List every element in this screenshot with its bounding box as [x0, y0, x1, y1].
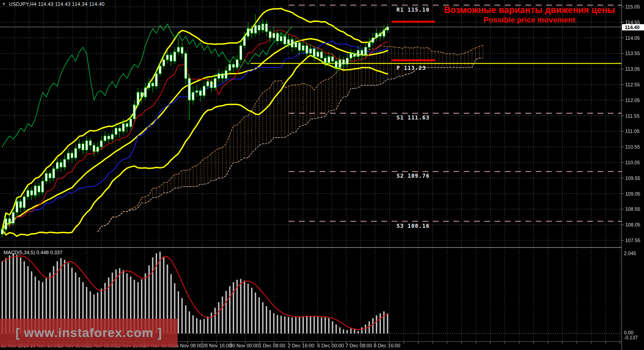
- candle-body: [372, 38, 374, 43]
- candle-body: [225, 71, 227, 78]
- price-tick-label: 108.05: [625, 222, 640, 227]
- pivot-label-R1: R1 115.10: [397, 7, 430, 13]
- candle-body: [111, 134, 114, 139]
- candle-body: [56, 162, 59, 169]
- candle-body: [155, 74, 158, 86]
- price-tick-label: 113.55: [625, 51, 640, 56]
- candle-body: [357, 50, 359, 56]
- candle-body: [379, 33, 381, 36]
- candle-body: [328, 56, 330, 63]
- candle-body: [20, 201, 22, 208]
- pivot-label-S3: S3 108.16: [397, 223, 430, 229]
- candle-body: [30, 191, 33, 195]
- candle-body: [177, 47, 179, 51]
- candle-body: [137, 92, 139, 105]
- macd-scale-last: -0.137: [624, 335, 638, 340]
- pivot-label-P: P 113.23: [397, 65, 426, 71]
- pivot-label-S2: S2 109.76: [397, 173, 430, 179]
- candle-body: [71, 153, 73, 158]
- candle-body: [148, 83, 150, 88]
- candle-body: [126, 124, 128, 127]
- candle-body: [34, 186, 36, 195]
- price-tick-label: 110.55: [625, 144, 640, 149]
- price-tick-label: 112.55: [625, 82, 640, 87]
- candle-body: [247, 29, 249, 36]
- chart-canvas[interactable]: R1 115.10P 113.23S1 111.63S2 109.76S3 10…: [0, 0, 644, 350]
- candle-body: [273, 33, 275, 38]
- candle-body: [12, 212, 14, 223]
- candle-body: [306, 46, 308, 53]
- price-tick-label: 111.05: [625, 128, 640, 134]
- candle-body: [383, 30, 385, 36]
- candle-body: [291, 39, 293, 47]
- current-price-tag: 114.40: [622, 24, 644, 30]
- candle-body: [119, 128, 121, 131]
- price-tick-label: 109.55: [625, 175, 640, 181]
- candle-body: [236, 60, 238, 67]
- candle-body: [162, 60, 165, 66]
- candle-body: [104, 136, 106, 141]
- time-axis-label: 2 Dec 16:00: [288, 343, 314, 348]
- candle-body: [174, 52, 176, 61]
- chart-dropdown-icon[interactable]: ▼: [2, 2, 6, 6]
- bollinger-upper: [2, 9, 388, 230]
- candle-body: [214, 78, 216, 88]
- candle-body: [85, 141, 88, 150]
- candle-body: [23, 197, 26, 208]
- price-tick-label: 108.55: [625, 206, 640, 212]
- candle-body: [287, 39, 290, 44]
- kijun-line-layer: [2, 41, 388, 232]
- candle-body: [299, 43, 301, 50]
- price-tick-label: 112.05: [625, 98, 640, 103]
- candle-body: [332, 56, 334, 61]
- candle-body: [313, 49, 316, 56]
- candle-body: [232, 64, 235, 68]
- candle-body: [354, 53, 356, 56]
- candle-body: [335, 61, 337, 68]
- candle-body: [284, 36, 286, 44]
- candle-body: [64, 159, 66, 167]
- candle-body: [229, 64, 231, 71]
- price-tick-label: 107.55: [625, 238, 640, 243]
- candle-body: [188, 78, 191, 100]
- candle-body: [144, 88, 146, 97]
- candle-body: [1, 230, 4, 234]
- titlebar: ▼ USDJPY,H4 114.43 114.43 114.34 114.40: [2, 1, 105, 7]
- candle-body: [67, 153, 69, 159]
- macd-scale-top: 2.045: [624, 251, 636, 256]
- candle-body: [107, 136, 110, 139]
- candle-body: [240, 46, 242, 60]
- candle-body: [78, 144, 81, 148]
- candle-body: [222, 74, 224, 78]
- candle-body: [196, 91, 198, 92]
- candle-body: [82, 144, 84, 150]
- candle-body: [368, 43, 371, 47]
- annotation-block: Возможные варианты движения цены Possibl…: [442, 5, 617, 25]
- candle-body: [317, 52, 319, 56]
- candle-body: [5, 218, 7, 229]
- red-level-layer: [392, 21, 435, 60]
- candle-body: [387, 27, 389, 30]
- candle-body: [258, 26, 260, 30]
- candle-body: [166, 55, 169, 60]
- candle-body: [93, 145, 95, 152]
- time-axis-label: 30 Nov 00:00: [230, 343, 259, 348]
- candle-body: [203, 86, 205, 95]
- price-tick-label: 111.55: [625, 113, 640, 119]
- candle-body: [199, 91, 201, 95]
- candle-body: [141, 92, 143, 97]
- candle-body: [115, 128, 117, 134]
- candle-body: [309, 49, 311, 53]
- candle-body: [49, 173, 51, 178]
- candle-body: [38, 186, 40, 192]
- candle-body: [16, 201, 18, 212]
- candle-body: [339, 60, 341, 67]
- candle-body: [251, 29, 253, 33]
- candle-body: [375, 33, 378, 38]
- candles-layer: [1, 14, 389, 237]
- price-tick-label: 115.05: [625, 4, 640, 9]
- annotation-ru: Возможные варианты движения цены: [442, 5, 617, 15]
- candle-body: [60, 162, 62, 167]
- candle-body: [42, 181, 44, 192]
- candle-body: [243, 36, 246, 46]
